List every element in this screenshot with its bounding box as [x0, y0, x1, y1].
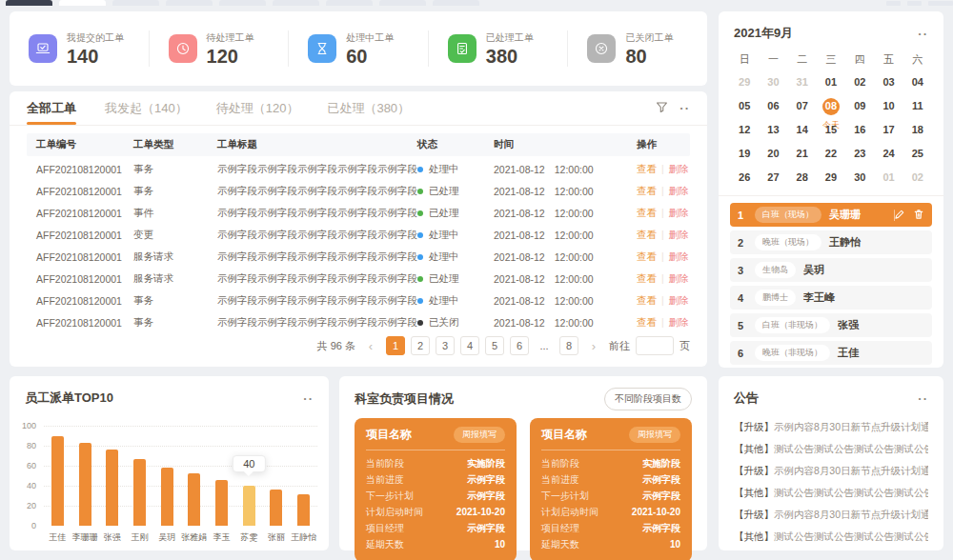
calendar-day[interactable]: 16 — [845, 118, 874, 142]
next-page-button[interactable]: › — [584, 336, 603, 355]
calendar-day[interactable]: 03 — [874, 70, 902, 94]
announcement-item[interactable]: 【升级】示例内容8月30日新节点升级计划通知 — [734, 504, 928, 526]
schedule-row[interactable]: 6晚班（非现场）王佳 — [730, 341, 932, 365]
delete-link[interactable]: 删除 — [669, 250, 689, 262]
calendar-day[interactable]: 13 — [759, 118, 787, 142]
calendar-day[interactable]: 21 — [788, 142, 817, 166]
filter-icon[interactable] — [656, 100, 668, 117]
calendar-day[interactable]: 27 — [759, 166, 787, 190]
browser-tab[interactable] — [6, 0, 52, 6]
prev-page-button[interactable]: ‹ — [361, 336, 380, 355]
window-control[interactable] — [907, 1, 922, 6]
announcement-item[interactable]: 【其他】测试公告测试公告测试公告测试公告测试公告 — [734, 482, 928, 504]
calendar-day[interactable]: 09 — [845, 94, 874, 118]
calendar-day[interactable]: 06 — [759, 94, 787, 118]
worklist-tab[interactable]: 我发起（140） — [105, 91, 188, 125]
chart-bar[interactable] — [161, 468, 173, 526]
page-button[interactable]: 2 — [411, 336, 430, 355]
announcement-item[interactable]: 【其他】测试公告测试公告测试公告测试公告测试公告 — [734, 438, 928, 460]
chart-bar[interactable] — [106, 450, 118, 526]
window-control[interactable] — [886, 1, 901, 6]
goto-page-input[interactable] — [636, 336, 674, 355]
view-link[interactable]: 查看 — [637, 229, 657, 240]
edit-icon[interactable] — [894, 207, 905, 224]
calendar-day[interactable]: 26 — [730, 166, 759, 190]
chart-bar[interactable] — [243, 486, 255, 526]
chart-bar[interactable] — [51, 436, 64, 527]
calendar-day[interactable]: 31 — [788, 70, 817, 94]
delete-link[interactable]: 删除 — [669, 185, 689, 196]
announcement-item[interactable]: 【升级】示例内容8月30日新节点升级计划通知 — [734, 416, 928, 438]
chart-bar[interactable] — [215, 480, 228, 526]
chart-bar[interactable] — [188, 473, 200, 526]
calendar-day[interactable]: 24 — [874, 142, 902, 166]
delete-link[interactable]: 删除 — [669, 229, 689, 240]
calendar-day[interactable]: 11 — [903, 94, 932, 118]
weekly-report-button[interactable]: 周报填写 — [454, 427, 505, 443]
delete-link[interactable]: 删除 — [669, 316, 689, 328]
calendar-day[interactable]: 17 — [874, 118, 902, 142]
calendar-day[interactable]: 23 — [845, 142, 874, 166]
view-link[interactable]: 查看 — [637, 185, 657, 196]
browser-tab[interactable] — [273, 0, 319, 6]
more-icon[interactable]: ·· — [918, 391, 928, 406]
calendar-day[interactable]: 25 — [903, 142, 932, 166]
schedule-row[interactable]: 5白班（非现场）张强 — [730, 313, 932, 337]
calendar-day[interactable]: 04 — [903, 70, 932, 94]
calendar-day[interactable]: 02 — [845, 70, 874, 94]
chart-bar[interactable] — [79, 443, 91, 526]
calendar-day[interactable]: 18 — [903, 118, 932, 142]
calendar-day[interactable]: 19 — [730, 142, 759, 166]
calendar-day[interactable]: 02 — [903, 166, 932, 190]
trash-icon[interactable] — [913, 207, 924, 224]
view-link[interactable]: 查看 — [637, 207, 657, 218]
browser-tab[interactable] — [219, 0, 266, 6]
window-control[interactable] — [928, 1, 953, 6]
announcement-item[interactable]: 【升级】示例内容8月30日新节点升级计划通知 — [734, 460, 928, 482]
calendar-day[interactable]: 01 — [874, 166, 902, 190]
view-link[interactable]: 查看 — [637, 294, 657, 306]
view-link[interactable]: 查看 — [637, 272, 657, 284]
calendar-day[interactable]: 08今天 — [817, 94, 845, 118]
page-button[interactable]: 1 — [386, 336, 405, 355]
delete-link[interactable]: 删除 — [669, 163, 689, 174]
browser-tab[interactable] — [379, 0, 426, 6]
calendar-day[interactable]: 05 — [730, 94, 759, 118]
page-button[interactable]: 5 — [485, 336, 504, 355]
chart-bar[interactable] — [133, 459, 146, 526]
schedule-row[interactable]: 3生物岛吴玥 — [730, 258, 932, 282]
weekly-report-button[interactable]: 周报填写 — [629, 427, 680, 443]
calendar-day[interactable]: 07 — [788, 94, 817, 118]
more-icon[interactable]: ·· — [918, 27, 928, 41]
view-link[interactable]: 查看 — [637, 250, 657, 262]
browser-tab[interactable] — [326, 0, 373, 6]
calendar-day[interactable]: 22 — [817, 142, 845, 166]
delete-link[interactable]: 删除 — [669, 207, 689, 218]
calendar-day[interactable]: 28 — [788, 166, 817, 190]
calendar-day[interactable]: 15 — [817, 118, 845, 142]
delete-link[interactable]: 删除 — [669, 294, 689, 306]
delete-link[interactable]: 删除 — [669, 272, 689, 284]
announcement-item[interactable]: 【其他】测试公告测试公告测试公告测试公告测试公告 — [734, 526, 928, 548]
calendar-day[interactable]: 12 — [730, 118, 759, 142]
view-link[interactable]: 查看 — [637, 163, 657, 174]
chart-bar[interactable] — [270, 490, 282, 526]
view-link[interactable]: 查看 — [637, 316, 657, 328]
browser-tab[interactable] — [166, 0, 213, 6]
worklist-tab[interactable]: 已处理（380） — [327, 91, 410, 125]
chart-bar[interactable] — [297, 494, 310, 526]
calendar-day[interactable]: 30 — [845, 166, 874, 190]
schedule-row[interactable]: 4鹏博士李王峰 — [730, 286, 932, 310]
calendar-day[interactable]: 01 — [817, 70, 845, 94]
worklist-tab[interactable]: 待处理（120） — [216, 91, 299, 125]
more-icon[interactable]: ·· — [679, 101, 690, 115]
schedule-row[interactable]: 2晚班（现场）王静怡 — [730, 230, 932, 254]
worklist-tab[interactable]: 全部工单 — [27, 91, 76, 125]
calendar-day[interactable]: 20 — [759, 142, 787, 166]
calendar-day[interactable]: 14 — [788, 118, 817, 142]
schedule-row[interactable]: 1白班（现场）吴珊珊 — [730, 203, 932, 227]
calendar-day[interactable]: 29 — [817, 166, 845, 190]
calendar-day[interactable]: 29 — [730, 70, 759, 94]
page-button[interactable]: 4 — [460, 336, 479, 355]
page-button[interactable]: 6 — [510, 336, 529, 355]
